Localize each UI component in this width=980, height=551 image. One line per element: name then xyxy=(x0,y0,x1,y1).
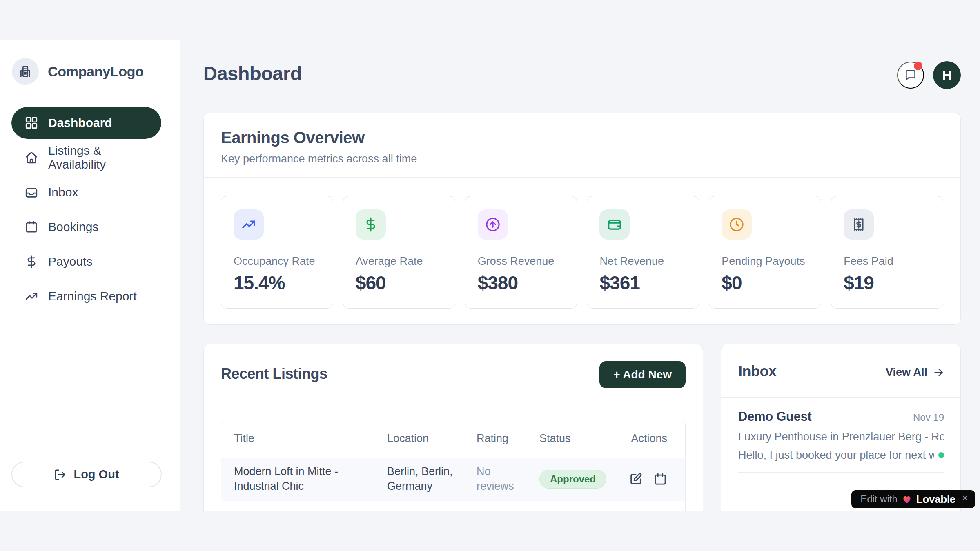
col-header-rating: Rating xyxy=(477,432,539,445)
col-header-title: Title xyxy=(234,432,387,445)
sidebar-item-label: Listings & Availability xyxy=(48,144,161,171)
sidebar-item-listings[interactable]: Listings & Availability xyxy=(11,142,161,173)
calendar-icon xyxy=(24,220,38,234)
listing-title: Modern Loft in Mitte - Industrial Chic xyxy=(234,464,350,494)
recent-listings-card: Recent Listings + Add New Title Location… xyxy=(203,344,703,535)
lovable-prefix: Edit with xyxy=(860,493,898,505)
clock-icon xyxy=(722,209,752,240)
top-actions: H xyxy=(897,61,961,89)
metric-card-average-rate: Average Rate $60 xyxy=(343,196,455,309)
unread-dot xyxy=(938,452,944,458)
status-badge: Approved xyxy=(539,470,606,489)
circle-arrow-up-icon xyxy=(478,209,508,240)
sidebar-item-inbox[interactable]: Inbox xyxy=(11,176,161,208)
metric-label: Occupancy Rate xyxy=(234,255,321,268)
metric-value: $60 xyxy=(356,272,443,294)
lovable-brand: Lovable xyxy=(916,493,956,506)
divider xyxy=(738,472,944,473)
chat-button[interactable] xyxy=(897,62,924,89)
message-date: Nov 19 xyxy=(913,412,944,423)
message-subject: Luxury Penthouse in Prenzlauer Berg - Ro… xyxy=(738,431,944,443)
metric-label: Pending Payouts xyxy=(722,255,808,268)
metric-label: Gross Revenue xyxy=(478,255,565,268)
view-all-button[interactable]: View All xyxy=(886,366,944,379)
app-root: CompanyLogo Dashboard Listings & xyxy=(0,0,980,551)
sidebar-item-label: Dashboard xyxy=(48,116,112,130)
sidebar-item-dashboard[interactable]: Dashboard xyxy=(11,107,161,139)
add-new-button[interactable]: + Add New xyxy=(599,361,686,388)
col-header-status: Status xyxy=(539,432,623,445)
sidebar-item-label: Earnings Report xyxy=(48,289,137,303)
inbox-message[interactable]: Demo Guest Nov 19 Luxury Penthouse in Pr… xyxy=(721,398,960,473)
metric-value: $19 xyxy=(844,272,931,294)
metric-card-pending-payouts: Pending Payouts $0 xyxy=(709,196,821,309)
sidebar-item-label: Inbox xyxy=(48,185,78,199)
close-icon[interactable]: × xyxy=(962,490,968,506)
footer-band xyxy=(0,511,980,551)
metric-label: Average Rate xyxy=(356,255,443,268)
inbox-title: Inbox xyxy=(738,363,777,380)
listing-location: Berlin, Berlin, Germany xyxy=(387,464,467,494)
view-all-label: View All xyxy=(886,366,927,379)
listings-title: Recent Listings xyxy=(221,365,327,382)
earnings-overview-card: Earnings Overview Key performance metric… xyxy=(203,113,961,325)
metric-value: $361 xyxy=(599,272,686,294)
lovable-heart-icon xyxy=(902,494,912,504)
calendar-icon xyxy=(653,472,667,486)
home-icon xyxy=(24,151,38,164)
sidebar-item-bookings[interactable]: Bookings xyxy=(11,211,161,243)
wallet-icon xyxy=(599,209,630,240)
logout-button[interactable]: Log Out xyxy=(11,462,162,487)
chat-bubble-icon xyxy=(904,69,917,82)
listings-table: Title Location Rating Status Actions Mod… xyxy=(221,420,686,518)
page-title: Dashboard xyxy=(203,62,302,84)
logout-label: Log Out xyxy=(74,468,119,481)
metrics-row: Occupancy Rate 15.4% Average Rate $60 xyxy=(204,178,960,309)
message-preview: Hello, I just booked your place for next… xyxy=(738,449,934,462)
metric-value: $380 xyxy=(478,272,565,294)
divider xyxy=(204,400,703,400)
grid-icon xyxy=(24,116,38,130)
sidebar-item-label: Payouts xyxy=(48,255,92,269)
sidebar-item-label: Bookings xyxy=(48,220,98,234)
dollar-icon xyxy=(24,255,38,269)
sidebar-item-earnings-report[interactable]: Earnings Report xyxy=(11,280,161,312)
col-header-actions: Actions xyxy=(623,432,667,445)
metric-label: Net Revenue xyxy=(599,255,686,268)
earnings-subtitle: Key performance metrics across all time xyxy=(221,153,943,165)
metric-card-fees-paid: Fees Paid $19 xyxy=(831,196,943,309)
listing-actions xyxy=(623,472,667,486)
inbox-header: Inbox View All xyxy=(721,344,960,397)
dollar-icon xyxy=(356,209,386,240)
edit-pencil-icon xyxy=(629,472,643,486)
earnings-title: Earnings Overview xyxy=(221,129,943,147)
listings-header: Recent Listings + Add New xyxy=(204,344,703,400)
metric-value: $0 xyxy=(722,272,808,294)
col-header-location: Location xyxy=(387,432,477,445)
logo: CompanyLogo xyxy=(0,40,180,85)
logout-icon xyxy=(54,469,66,481)
sidebar-nav: Dashboard Listings & Availability I xyxy=(0,107,180,313)
logo-text: CompanyLogo xyxy=(48,64,144,80)
table-row[interactable]: Modern Loft in Mitte - Industrial Chic B… xyxy=(221,458,685,501)
metric-label: Fees Paid xyxy=(844,255,931,268)
notification-dot xyxy=(914,62,922,70)
sidebar: CompanyLogo Dashboard Listings & xyxy=(0,40,180,511)
metric-card-net-revenue: Net Revenue $361 xyxy=(587,196,699,309)
trending-up-icon xyxy=(24,289,38,303)
message-sender: Demo Guest xyxy=(738,409,812,424)
calendar-button[interactable] xyxy=(653,472,667,486)
inbox-icon xyxy=(24,185,38,199)
receipt-icon xyxy=(844,209,874,240)
sidebar-item-payouts[interactable]: Payouts xyxy=(11,246,161,278)
trending-up-icon xyxy=(234,209,264,240)
metric-value: 15.4% xyxy=(234,272,321,294)
arrow-right-icon xyxy=(933,367,944,378)
lovable-badge[interactable]: Edit with Lovable × xyxy=(851,490,975,508)
metric-card-gross-revenue: Gross Revenue $380 xyxy=(465,196,577,309)
listing-rating: No reviews xyxy=(477,464,523,494)
edit-button[interactable] xyxy=(629,472,643,486)
avatar[interactable]: H xyxy=(933,61,961,89)
table-header-row: Title Location Rating Status Actions xyxy=(221,420,685,458)
building-icon xyxy=(12,58,39,85)
